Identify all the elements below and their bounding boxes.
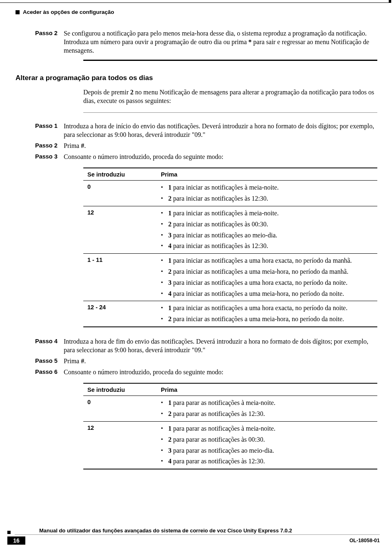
list-item-text: para parar as notificações à meia-noite. (172, 399, 276, 406)
list-item: 4 para parar as notificações às 12:30. (161, 456, 373, 467)
list-item-text: para iniciar as notificações à meia-noit… (172, 210, 279, 217)
step-row: Passo 3 Consoante o número introduzido, … (16, 152, 376, 161)
list-item-text: para iniciar as notificações a uma meia-… (172, 290, 344, 297)
key-number: 4 (168, 458, 172, 465)
key-2: 2 (130, 89, 134, 96)
step-row: Passo 6 Consoante o número introduzido, … (16, 368, 376, 376)
list-item: 1 para parar as notificações à meia-noit… (161, 423, 373, 434)
list-item-text: para iniciar as notificações a uma hora … (172, 304, 347, 311)
bullet-list: 1 para iniciar as notificações à meia-no… (161, 208, 373, 252)
table-row: 121 para parar as notificações à meia-no… (83, 422, 377, 469)
step-row: Passo 4 Introduza a hora de fim do envio… (16, 337, 376, 354)
text: Prima (64, 142, 81, 149)
top-notch (389, 0, 391, 2)
key-number: 3 (168, 447, 172, 454)
cell-press-list: 1 para parar as notificações à meia-noit… (157, 396, 377, 422)
table-row: 12 - 241 para iniciar as notificações a … (83, 301, 377, 327)
step-row: Passo 5 Prima #. (16, 357, 376, 365)
step-row: Passo 1 Introduza a hora de início do en… (16, 122, 376, 139)
text: . (84, 358, 86, 364)
step-body: Se configurou a notificação para pelo me… (64, 29, 376, 55)
step-label: Passo 2 (16, 141, 64, 150)
list-item-text: para parar as notificações ao meio-dia. (172, 447, 274, 454)
list-item-text: para iniciar as notificações às 12:30. (172, 195, 268, 202)
table-row: 01 para parar as notificações à meia-noi… (83, 396, 377, 422)
step-label: Passo 4 (16, 337, 64, 345)
key-number: 1 (168, 399, 172, 406)
running-header: Aceder às opções de configuração (16, 9, 376, 15)
cell-input-value: 0 (83, 181, 157, 206)
cell-press-list: 1 para iniciar as notificações a uma hor… (157, 254, 377, 301)
content: Passo 2 Se configurou a notificação para… (16, 29, 376, 469)
list-item-text: para iniciar as notificações a uma meia-… (172, 315, 344, 322)
bullet-list: 1 para iniciar as notificações à meia-no… (161, 182, 373, 204)
table-stop-times: Se introduziu Prima 01 para parar as not… (83, 383, 377, 469)
key-number: 2 (168, 410, 172, 417)
footer-doc-id: OL-18058-01 (350, 536, 380, 545)
list-item-text: para iniciar as notificações a uma hora … (172, 279, 347, 286)
step-row: Passo 2 Prima #. (16, 141, 376, 150)
key-number: 2 (168, 221, 172, 228)
section-heading: Alterar a programação para todos os dias (16, 74, 376, 82)
text: Introduza um número para ouvir a program… (64, 38, 248, 45)
key-number: 1 (168, 257, 172, 264)
key-number: 1 (168, 304, 172, 311)
footer-square-icon (7, 531, 11, 534)
cell-press-list: 1 para iniciar as notificações à meia-no… (157, 181, 377, 206)
list-item: 2 para iniciar as notificações às 12:30. (161, 193, 373, 204)
bullet-list: 1 para iniciar as notificações a uma hor… (161, 255, 373, 299)
table-start-times: Se introduziu Prima 01 para iniciar as n… (83, 168, 377, 327)
bullet-list: 1 para iniciar as notificações a uma hor… (161, 303, 373, 325)
step-body: Prima #. (64, 141, 376, 150)
col-header-input: Se introduziu (83, 383, 157, 396)
list-item: 3 para iniciar as notificações a uma hor… (161, 277, 373, 288)
header-title: Aceder às opções de configuração (23, 9, 114, 15)
key-number: 1 (168, 210, 172, 217)
list-item: 2 para parar as notificações às 12:30. (161, 409, 373, 420)
step-body: Consoante o número introduzido, proceda … (64, 152, 376, 161)
section-rule (83, 60, 377, 61)
list-item: 2 para iniciar as notificações a uma mei… (161, 266, 373, 277)
list-item-text: para iniciar as notificações a uma meia-… (172, 268, 348, 275)
col-header-input: Se introduziu (83, 168, 157, 181)
cell-input-value: 12 (83, 206, 157, 254)
step-body: Consoante o número introduzido, proceda … (64, 368, 376, 376)
page-number: 16 (7, 536, 25, 545)
step-body: Introduza a hora de início do envio das … (64, 122, 376, 139)
key-number: 2 (168, 195, 172, 202)
list-item: 3 para iniciar as notificações ao meio-d… (161, 230, 373, 241)
list-item: 2 para iniciar as notificações a uma mei… (161, 314, 373, 325)
list-item-text: para parar as notificações às 00:30. (172, 436, 265, 443)
table-header-row: Se introduziu Prima (83, 168, 377, 181)
list-item: 1 para iniciar as notificações à meia-no… (161, 208, 373, 219)
key-number: 2 (168, 315, 172, 322)
cell-input-value: 0 (83, 396, 157, 422)
step-label: Passo 1 (16, 122, 64, 130)
list-item-text: para iniciar as notificações a uma hora … (172, 257, 352, 264)
footer-line: Manual do utilizador das funções avançad… (7, 527, 380, 535)
cell-input-value: 12 - 24 (83, 301, 157, 327)
list-item: 2 para iniciar as notificações às 00:30. (161, 219, 373, 230)
step-label: Passo 5 (16, 357, 64, 365)
list-item-text: para iniciar as notificações às 00:30. (172, 221, 268, 228)
cell-press-list: 1 para iniciar as notificações à meia-no… (157, 206, 377, 254)
text: Depois de premir (83, 89, 130, 96)
page: Aceder às opções de configuração Passo 2… (0, 0, 392, 552)
cell-input-value: 1 - 11 (83, 254, 157, 301)
bullet-list: 1 para parar as notificações à meia-noit… (161, 398, 373, 420)
key-number: 1 (168, 184, 172, 191)
footer-bar: 16 OL-18058-01 (7, 536, 380, 545)
header-square-icon (16, 10, 20, 14)
table-row: 1 - 111 para iniciar as notificações a u… (83, 254, 377, 301)
list-item: 4 para iniciar as notificações a uma mei… (161, 288, 373, 299)
thin-rule (83, 112, 377, 113)
list-item-text: para parar as notificações às 12:30. (172, 410, 265, 417)
list-item-text: para iniciar as notificações à meia-noit… (172, 184, 279, 191)
text: . (84, 142, 86, 149)
list-item: 4 para iniciar as notificações às 12:30. (161, 241, 373, 252)
list-item: 1 para iniciar as notificações a uma hor… (161, 303, 373, 314)
cell-press-list: 1 para parar as notificações à meia-noit… (157, 422, 377, 469)
key-number: 2 (168, 268, 172, 275)
list-item: 1 para iniciar as notificações à meia-no… (161, 182, 373, 193)
list-item-text: para parar as notificações à meia-noite. (172, 425, 276, 432)
